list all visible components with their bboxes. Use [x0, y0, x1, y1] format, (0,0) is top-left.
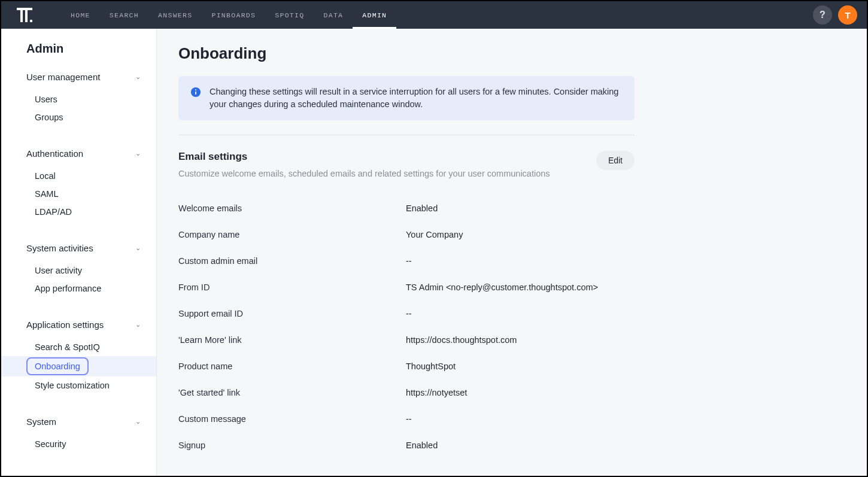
- sidebar-item-users[interactable]: Users: [1, 90, 156, 108]
- sidebar-heading-system[interactable]: System ⌄: [1, 411, 156, 432]
- sidebar-heading-label: Authentication: [26, 148, 83, 159]
- sidebar-heading-label: Application settings: [26, 320, 104, 330]
- nav-data[interactable]: DATA: [314, 1, 353, 29]
- section-desc-email: Customize welcome emails, scheduled emai…: [178, 169, 550, 178]
- svg-point-3: [30, 20, 32, 22]
- row-key: Product name: [178, 361, 406, 371]
- sidebar-item-label: Onboarding: [26, 357, 89, 375]
- row-val: https://docs.thoughtspot.com: [406, 335, 517, 345]
- alert-text: Changing these settings will result in a…: [210, 86, 623, 111]
- sidebar-item-security[interactable]: Security: [1, 435, 156, 453]
- section-title-email: Email settings: [178, 151, 550, 163]
- nav-admin[interactable]: ADMIN: [353, 1, 396, 29]
- logo[interactable]: [16, 1, 40, 29]
- svg-rect-1: [20, 10, 23, 22]
- divider: [178, 135, 635, 135]
- sidebar-item-user-activity[interactable]: User activity: [1, 262, 156, 279]
- row-key: Custom admin email: [178, 256, 406, 266]
- svg-point-6: [195, 89, 196, 90]
- sidebar-item-local[interactable]: Local: [1, 167, 156, 185]
- row-val: Enabled: [406, 203, 438, 213]
- row-val: Enabled: [406, 440, 438, 450]
- row-key: Company name: [178, 230, 406, 239]
- page-title: Onboarding: [178, 44, 845, 63]
- svg-rect-5: [195, 92, 196, 95]
- info-icon: [190, 87, 201, 98]
- nav-spotiq[interactable]: SPOTIQ: [265, 1, 314, 29]
- main-content: Onboarding Changing these settings will …: [157, 29, 867, 476]
- row-key: 'Learn More' link: [178, 335, 406, 345]
- chevron-down-icon: ⌄: [135, 150, 141, 157]
- sidebar-heading-label: System activities: [26, 243, 93, 253]
- row-val: --: [406, 309, 412, 318]
- sidebar-item-style-customization[interactable]: Style customization: [1, 376, 156, 394]
- row-key: 'Get started' link: [178, 388, 406, 397]
- row-val: TS Admin <no-reply@customer.thoughtspot.…: [406, 282, 598, 292]
- edit-button[interactable]: Edit: [596, 151, 635, 170]
- sidebar-heading-user-management[interactable]: User management ⌄: [1, 66, 156, 87]
- svg-rect-0: [17, 8, 32, 10]
- sidebar-item-saml[interactable]: SAML: [1, 185, 156, 203]
- row-val: --: [406, 256, 412, 266]
- sidebar: Admin User management ⌄ Users Groups Aut…: [1, 29, 157, 476]
- sidebar-heading-application-settings[interactable]: Application settings ⌄: [1, 314, 156, 335]
- chevron-down-icon: ⌄: [135, 418, 141, 426]
- row-key: Custom message: [178, 414, 406, 424]
- avatar[interactable]: T: [838, 5, 857, 25]
- nav-search[interactable]: SEARCH: [100, 1, 148, 29]
- sidebar-item-groups[interactable]: Groups: [1, 108, 156, 126]
- top-nav: HOME SEARCH ANSWERS PINBOARDS SPOTIQ DAT…: [1, 1, 867, 29]
- sidebar-item-search-spotiq[interactable]: Search & SpotIQ: [1, 338, 156, 356]
- chevron-down-icon: ⌄: [135, 244, 141, 252]
- sidebar-heading-label: System: [26, 417, 56, 427]
- sidebar-item-ldap[interactable]: LDAP/AD: [1, 203, 156, 221]
- row-key: From ID: [178, 282, 406, 292]
- svg-rect-2: [25, 10, 28, 22]
- row-key: Support email ID: [178, 309, 406, 318]
- help-button[interactable]: ?: [813, 5, 832, 25]
- row-key: Signup: [178, 440, 406, 450]
- chevron-down-icon: ⌄: [135, 73, 141, 81]
- row-val: https://notyetset: [406, 388, 467, 397]
- chevron-down-icon: ⌄: [135, 321, 141, 329]
- sidebar-item-app-performance[interactable]: App performance: [1, 279, 156, 297]
- sidebar-heading-authentication[interactable]: Authentication ⌄: [1, 143, 156, 163]
- sidebar-heading-label: User management: [26, 72, 100, 82]
- email-settings-list: Welcome emailsEnabled Company nameYour C…: [178, 195, 635, 458]
- row-val: ThoughtSpot: [406, 361, 456, 371]
- row-val: --: [406, 414, 412, 424]
- nav-pinboards[interactable]: PINBOARDS: [202, 1, 265, 29]
- nav-answers[interactable]: ANSWERS: [148, 1, 202, 29]
- sidebar-heading-system-activities[interactable]: System activities ⌄: [1, 238, 156, 258]
- nav-items: HOME SEARCH ANSWERS PINBOARDS SPOTIQ DAT…: [61, 1, 396, 29]
- row-key: Welcome emails: [178, 203, 406, 213]
- row-val: Your Company: [406, 230, 463, 239]
- logo-icon: [16, 7, 34, 23]
- sidebar-item-onboarding[interactable]: Onboarding: [1, 356, 156, 376]
- nav-home[interactable]: HOME: [61, 1, 100, 29]
- info-alert: Changing these settings will result in a…: [178, 76, 635, 120]
- sidebar-title: Admin: [1, 42, 156, 66]
